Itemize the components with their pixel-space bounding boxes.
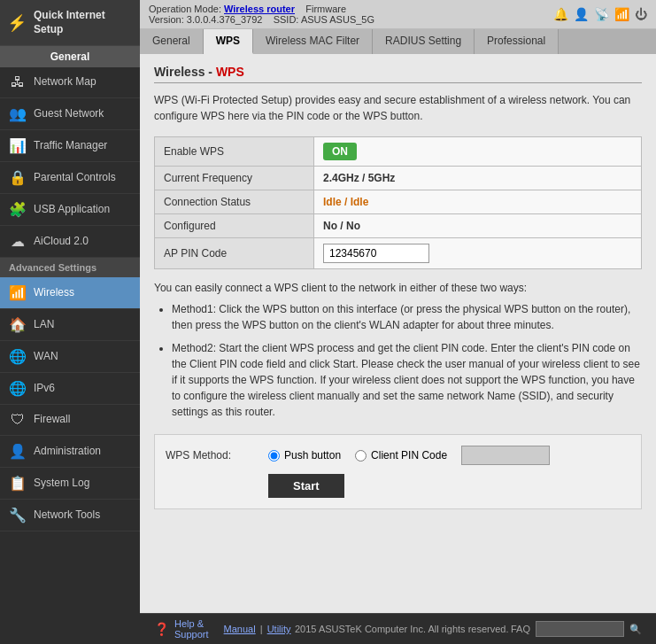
- table-row-current-frequency: Current Frequency 2.4GHz / 5GHz: [155, 167, 642, 190]
- sidebar-item-label: Guest Network: [34, 107, 104, 121]
- help-icon: ❓: [154, 622, 169, 636]
- app-wrapper: ⚡ Quick InternetSetup General 🖧 Network …: [0, 0, 656, 644]
- wps-method-section: WPS Method: Push button Client PIN Code: [154, 434, 642, 509]
- traffic-manager-icon: 📊: [9, 137, 27, 154]
- sidebar-item-ipv6[interactable]: 🌐 IPv6: [0, 373, 140, 405]
- sidebar-item-lan[interactable]: 🏠 LAN: [0, 309, 140, 341]
- footer-separator: |: [260, 624, 263, 634]
- power-icon[interactable]: ⏻: [635, 7, 647, 21]
- top-bar-icons: 🔔 👤 📡 📶 ⏻: [553, 7, 647, 21]
- sidebar-item-label: Network Tools: [34, 508, 100, 523]
- search-icon[interactable]: 🔍: [629, 624, 642, 635]
- ssid-label: SSID:: [274, 14, 301, 25]
- sidebar-item-label: Traffic Manager: [34, 139, 107, 153]
- sidebar-item-network-tools[interactable]: 🔧 Network Tools: [0, 500, 140, 531]
- tab-general[interactable]: General: [140, 29, 204, 54]
- wps-method-controls: Push button Client PIN Code Start: [268, 446, 550, 498]
- general-section-header: General: [0, 46, 140, 67]
- router-icon[interactable]: 📡: [594, 7, 609, 21]
- wan-icon: 🌐: [9, 348, 27, 365]
- sidebar-item-firewall[interactable]: 🛡 Firewall: [0, 405, 140, 436]
- ssid-value: ASUS ASUS_5G: [301, 14, 374, 25]
- sidebar-item-label: Firewall: [34, 413, 70, 427]
- sidebar-item-label: System Log: [34, 477, 89, 491]
- ipv6-icon: 🌐: [9, 380, 27, 397]
- sidebar-item-network-map[interactable]: 🖧 Network Map: [0, 67, 140, 98]
- sidebar-item-wan[interactable]: 🌐 WAN: [0, 341, 140, 373]
- wps-method-row: WPS Method: Push button Client PIN Code: [166, 446, 630, 498]
- list-item-method2: Method2: Start the client WPS process an…: [172, 340, 642, 420]
- client-pin-option[interactable]: Client PIN Code: [355, 449, 447, 462]
- sidebar: ⚡ Quick InternetSetup General 🖧 Network …: [0, 0, 140, 644]
- quick-setup-icon: ⚡: [7, 13, 27, 33]
- footer-links: Manual | Utility: [222, 624, 293, 634]
- firewall-icon: 🛡: [9, 412, 27, 428]
- advanced-section-header: Advanced Settings: [0, 258, 140, 277]
- description: WPS (Wi-Fi Protected Setup) provides eas…: [154, 92, 642, 124]
- tab-professional[interactable]: Professional: [475, 29, 559, 54]
- sidebar-item-parental-controls[interactable]: 🔒 Parental Controls: [0, 162, 140, 194]
- sidebar-item-label: Administration: [34, 445, 101, 459]
- utility-link[interactable]: Utility: [267, 624, 291, 634]
- main-layout: ⚡ Quick InternetSetup General 🖧 Network …: [0, 0, 656, 644]
- operation-mode-label: Operation Mode:: [149, 4, 224, 14]
- sidebar-item-traffic-manager[interactable]: 📊 Traffic Manager: [0, 130, 140, 162]
- content-area: Operation Mode: Wireless router Firmware…: [140, 0, 656, 644]
- connection-status-label: Connection Status: [155, 190, 314, 214]
- client-pin-radio[interactable]: [355, 450, 367, 462]
- version-label: Version:: [149, 14, 187, 25]
- sidebar-item-administration[interactable]: 👤 Administration: [0, 436, 140, 468]
- tab-radius-setting[interactable]: RADIUS Setting: [373, 29, 475, 54]
- list-item-method1: Method1: Click the WPS button on this in…: [172, 301, 642, 333]
- ap-pin-code-label: AP PIN Code: [155, 238, 314, 269]
- table-row-enable-wps: Enable WPS ON: [155, 137, 642, 167]
- sidebar-item-label: IPv6: [34, 382, 55, 396]
- lan-icon: 🏠: [9, 316, 27, 333]
- radio-row: Push button Client PIN Code: [268, 446, 550, 465]
- network-tools-icon: 🔧: [9, 507, 27, 524]
- methods-list: Method1: Click the WPS button on this in…: [172, 301, 642, 420]
- settings-table: Enable WPS ON Current Frequency 2.4GHz /…: [154, 136, 642, 269]
- start-button[interactable]: Start: [268, 474, 344, 498]
- sidebar-item-aicloud[interactable]: ☁ AiCloud 2.0: [0, 226, 140, 258]
- sidebar-item-guest-network[interactable]: 👥 Guest Network: [0, 98, 140, 130]
- ap-pin-code-input[interactable]: [323, 244, 429, 263]
- bell-icon[interactable]: 🔔: [553, 7, 568, 21]
- operation-mode-value: Wireless router: [224, 4, 295, 14]
- footer-left: ❓ Help &Support Manual | Utility: [154, 618, 293, 640]
- section-title-wps: WPS: [216, 65, 244, 79]
- wps-method-label: WPS Method:: [166, 446, 254, 462]
- wifi-icon[interactable]: 📶: [614, 7, 629, 21]
- sidebar-item-wireless[interactable]: 📶 Wireless: [0, 277, 140, 309]
- faq-search-input[interactable]: [536, 621, 624, 637]
- tabs-bar: General WPS Wireless MAC Filter RADIUS S…: [140, 29, 656, 54]
- administration-icon: 👤: [9, 443, 27, 460]
- client-pin-label: Client PIN Code: [371, 449, 447, 462]
- manual-link[interactable]: Manual: [224, 624, 256, 634]
- sidebar-item-system-log[interactable]: 📋 System Log: [0, 468, 140, 500]
- footer-copyright: 2015 ASUSTeK Computer Inc. All rights re…: [295, 624, 509, 634]
- ap-pin-code-value: [314, 238, 642, 269]
- user-icon[interactable]: 👤: [574, 7, 589, 21]
- firmware-label: Firmware: [305, 4, 346, 14]
- tab-wps[interactable]: WPS: [204, 29, 253, 54]
- parental-controls-icon: 🔒: [9, 169, 27, 186]
- current-frequency-value: 2.4GHz / 5GHz: [314, 167, 642, 190]
- table-row-connection-status: Connection Status Idle / Idle: [155, 190, 642, 214]
- faq-label: FAQ: [511, 624, 530, 634]
- sidebar-quick-setup[interactable]: ⚡ Quick InternetSetup: [0, 0, 140, 46]
- sidebar-item-label: WAN: [34, 350, 58, 364]
- tab-wireless-mac-filter[interactable]: Wireless MAC Filter: [253, 29, 373, 54]
- push-button-option[interactable]: Push button: [268, 449, 341, 462]
- sidebar-item-label: LAN: [34, 318, 54, 332]
- client-pin-input[interactable]: [461, 446, 550, 465]
- push-button-label: Push button: [284, 449, 341, 462]
- system-log-icon: 📋: [9, 475, 27, 492]
- push-button-radio[interactable]: [268, 450, 280, 462]
- sidebar-item-usb-application[interactable]: 🧩 USB Application: [0, 194, 140, 226]
- aicloud-icon: ☁: [9, 233, 27, 250]
- sidebar-item-label: AiCloud 2.0: [34, 235, 89, 249]
- enable-wps-toggle[interactable]: ON: [323, 143, 357, 160]
- sidebar-item-label: Parental Controls: [34, 171, 116, 185]
- top-bar-info: Operation Mode: Wireless router Firmware…: [149, 4, 374, 25]
